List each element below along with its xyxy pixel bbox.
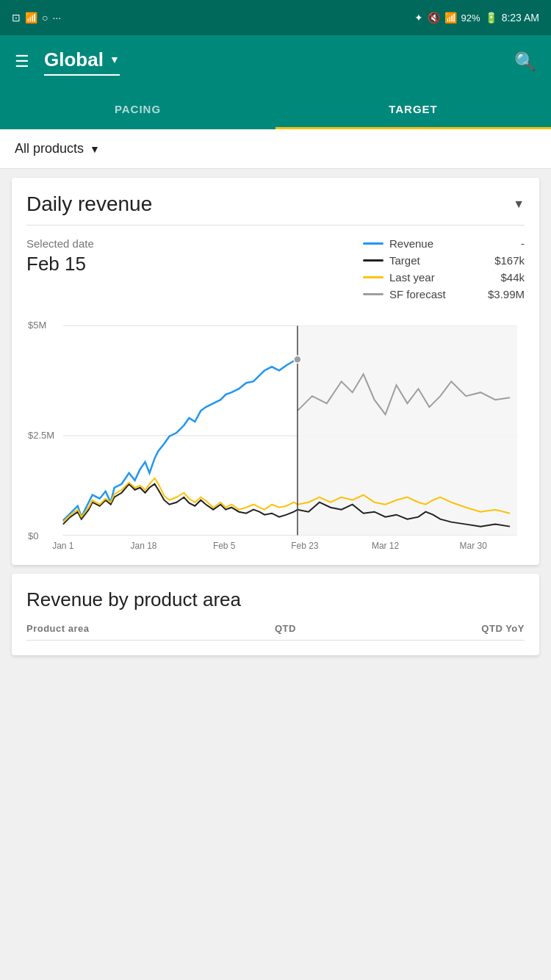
svg-text:Feb 23: Feb 23 <box>291 541 319 550</box>
filter-label: All products <box>15 141 84 156</box>
status-bar: ⊡ 📶 ○ ··· ✦ 🔇 📶 92% 🔋 8:23 AM <box>0 0 551 35</box>
volume-off-icon: 🔇 <box>428 12 440 24</box>
svg-text:Mar 30: Mar 30 <box>460 541 488 550</box>
legend-sf-name: SF forecast <box>389 288 446 300</box>
sync-icon: ○ <box>42 12 48 24</box>
legend-revenue-line <box>363 242 383 245</box>
card-title: Daily revenue <box>26 192 152 216</box>
legend-lastyear-line <box>363 276 383 278</box>
tab-bar: PACING TARGET <box>0 88 551 129</box>
photo-icon: ⊡ <box>12 12 21 24</box>
legend-section: Revenue - Target $167k Last year $44k <box>363 237 525 300</box>
svg-point-8 <box>294 356 301 363</box>
col-qtd-yoy: QTD YoY <box>481 623 525 634</box>
legend-revenue-name: Revenue <box>389 237 433 250</box>
legend-target-value: $167k <box>480 254 525 267</box>
selected-date-label: Selected date <box>26 237 94 250</box>
svg-text:Jan 1: Jan 1 <box>52 541 74 550</box>
tab-pacing[interactable]: PACING <box>0 88 276 129</box>
card-dropdown-icon[interactable]: ▼ <box>513 198 525 211</box>
hamburger-menu-icon[interactable]: ☰ <box>15 52 29 71</box>
info-section: Selected date Feb 15 Revenue - Target $1… <box>26 237 525 300</box>
status-left-icons: ⊡ 📶 ○ ··· <box>12 12 61 24</box>
battery-text: 92% <box>461 12 480 24</box>
col-qtd: QTD <box>275 623 296 634</box>
legend-sf-line-container: SF forecast <box>363 288 446 300</box>
nav-left: ☰ Global ▼ <box>15 48 120 76</box>
legend-item-target: Target $167k <box>363 254 525 267</box>
legend-lastyear-line-container: Last year <box>363 271 444 284</box>
battery-icon: 🔋 <box>485 12 497 24</box>
legend-lastyear-name: Last year <box>389 271 435 284</box>
search-icon[interactable]: 🔍 <box>514 51 536 72</box>
tab-target-label: TARGET <box>389 103 438 115</box>
top-nav: ☰ Global ▼ 🔍 <box>0 35 551 88</box>
table-header: Product area QTD QTD YoY <box>26 623 525 641</box>
nav-dropdown-icon: ▼ <box>109 54 120 65</box>
chart-container: $5M $2.5M $0 Jan 1 Jan 18 Fe <box>26 315 525 550</box>
legend-sf-value: $3.99M <box>480 288 525 300</box>
time-display: 8:23 AM <box>502 12 539 24</box>
bluetooth-icon: ✦ <box>414 12 423 24</box>
legend-item-sf: SF forecast $3.99M <box>363 288 525 300</box>
filter-dropdown-icon[interactable]: ▼ <box>90 143 100 155</box>
bottom-card-title: Revenue by product area <box>26 588 525 611</box>
bottom-card: Revenue by product area Product area QTD… <box>12 574 539 655</box>
legend-target-line <box>363 259 383 262</box>
wifi-icon: 📶 <box>25 12 37 24</box>
card-header: Daily revenue ▼ <box>26 192 525 226</box>
date-section: Selected date Feb 15 <box>26 237 94 300</box>
legend-lastyear-value: $44k <box>480 271 525 284</box>
legend-item-lastyear: Last year $44k <box>363 271 525 284</box>
tab-pacing-label: PACING <box>115 103 161 115</box>
nav-title-group[interactable]: Global ▼ <box>44 48 120 76</box>
svg-text:$5M: $5M <box>28 320 46 331</box>
tab-target[interactable]: TARGET <box>276 88 551 129</box>
svg-text:Feb 5: Feb 5 <box>213 541 236 550</box>
legend-revenue-line-container: Revenue <box>363 237 444 250</box>
more-icon: ··· <box>52 12 61 24</box>
legend-target-line-container: Target <box>363 254 444 267</box>
svg-rect-6 <box>298 325 517 535</box>
legend-revenue-value: - <box>480 237 525 250</box>
svg-text:$0: $0 <box>28 530 38 541</box>
col-product-area: Product area <box>26 623 89 634</box>
legend-sf-line <box>363 293 383 295</box>
legend-item-revenue: Revenue - <box>363 237 525 250</box>
status-right-icons: ✦ 🔇 📶 92% 🔋 8:23 AM <box>414 12 539 24</box>
network-icon: 📶 <box>444 12 457 24</box>
selected-date-value: Feb 15 <box>26 253 94 275</box>
svg-text:Jan 18: Jan 18 <box>131 541 157 550</box>
legend-target-name: Target <box>389 254 420 267</box>
svg-text:Mar 12: Mar 12 <box>372 541 400 550</box>
filter-row: All products ▼ <box>0 129 551 169</box>
svg-text:$2.5M: $2.5M <box>28 430 54 441</box>
nav-title: Global <box>44 48 104 71</box>
daily-revenue-card: Daily revenue ▼ Selected date Feb 15 Rev… <box>12 178 539 565</box>
revenue-chart: $5M $2.5M $0 Jan 1 Jan 18 Fe <box>26 315 525 550</box>
